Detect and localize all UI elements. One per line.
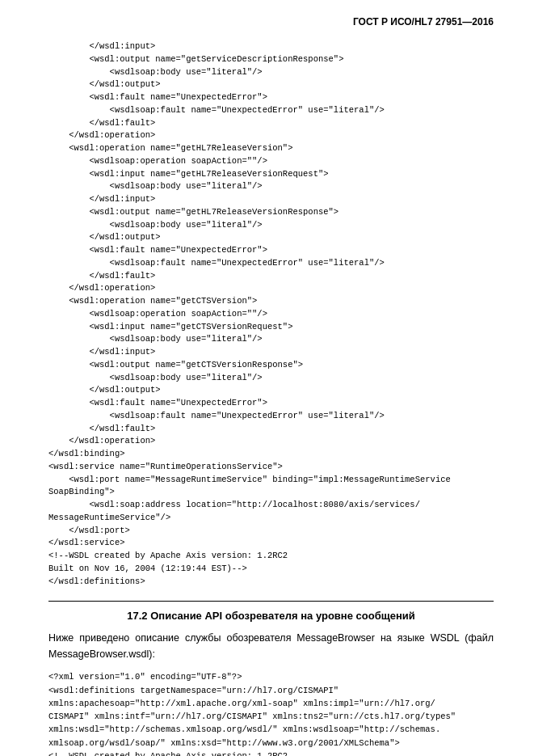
page-header: ГОСТ Р ИСО/HL7 27951—2016: [48, 16, 494, 27]
section-intro: Ниже приведено описание службы обозреват…: [48, 630, 494, 662]
code-block-top: </wsdl:input> <wsdl:output name="getServ…: [48, 40, 494, 588]
code-block-bottom: <?xml version="1.0" encoding="UTF-8"?> <…: [48, 670, 494, 756]
section-divider: [48, 601, 494, 602]
intro-text: Ниже приведено описание службы обозреват…: [48, 632, 494, 660]
section-title: Описание API обозревателя на уровне сооб…: [150, 610, 415, 622]
document-title: ГОСТ Р ИСО/HL7 27951—2016: [353, 16, 494, 27]
section-number: 17.2: [127, 610, 147, 622]
section-17-2-heading: 17.2 Описание API обозревателя на уровне…: [48, 610, 494, 622]
page-container: ГОСТ Р ИСО/HL7 27951—2016 </wsdl:input> …: [0, 0, 534, 756]
